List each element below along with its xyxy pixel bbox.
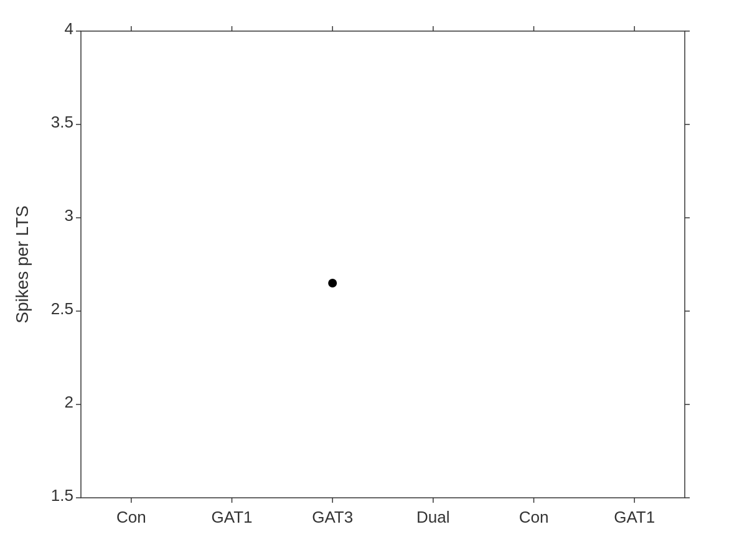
svg-text:3: 3 bbox=[65, 206, 73, 225]
svg-text:GAT1: GAT1 bbox=[212, 508, 253, 526]
chart-svg: 1.522.533.54Spikes per LTSConGAT1GAT3Dua… bbox=[0, 0, 747, 560]
svg-text:2.5: 2.5 bbox=[51, 299, 73, 318]
svg-text:Spikes per LTS: Spikes per LTS bbox=[12, 205, 32, 323]
chart-container: 1.522.533.54Spikes per LTSConGAT1GAT3Dua… bbox=[0, 0, 747, 560]
svg-text:GAT3: GAT3 bbox=[312, 508, 353, 526]
svg-rect-0 bbox=[81, 31, 685, 498]
svg-text:3.5: 3.5 bbox=[51, 113, 73, 131]
svg-text:2: 2 bbox=[65, 393, 73, 411]
svg-text:4: 4 bbox=[65, 19, 73, 38]
svg-point-38 bbox=[328, 279, 337, 287]
svg-text:GAT1: GAT1 bbox=[614, 508, 655, 526]
svg-text:Dual: Dual bbox=[416, 508, 449, 526]
svg-text:1.5: 1.5 bbox=[51, 486, 73, 505]
svg-text:Con: Con bbox=[116, 508, 146, 526]
svg-text:Con: Con bbox=[519, 508, 549, 526]
